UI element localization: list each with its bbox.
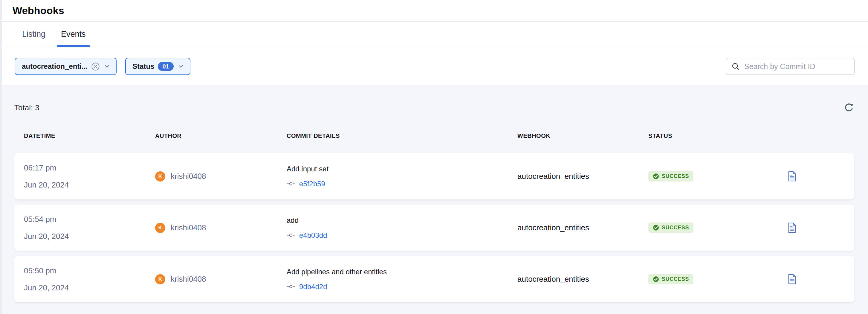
status-label: SUCCESS <box>662 225 689 231</box>
page-header: Webhooks <box>0 0 868 22</box>
status-cell: SUCCESS <box>648 171 777 181</box>
total-row: Total: 3 <box>14 101 854 114</box>
avatar: K <box>155 171 165 181</box>
commit-link-line: 9db4d2d <box>287 283 517 291</box>
status-label: SUCCESS <box>662 276 689 282</box>
commit-message: add <box>287 216 517 225</box>
event-time: 05:50 pm <box>24 266 155 276</box>
webhook-filter-chip[interactable]: autocreation_enti... <box>14 58 117 75</box>
status-badge: SUCCESS <box>648 274 693 284</box>
status-filter-label: Status <box>132 62 154 70</box>
webhook-cell: autocreation_entities <box>517 223 648 232</box>
webhook-cell: autocreation_entities <box>517 172 648 181</box>
commit-message: Add input set <box>287 165 517 173</box>
column-header-author: AUTHOR <box>155 133 287 139</box>
check-circle-icon <box>653 276 659 282</box>
git-commit-icon <box>287 233 295 237</box>
events-content: Total: 3 DATETIME AUTHOR COMMIT DETAILS … <box>0 86 868 302</box>
column-header-webhook: WEBHOOK <box>517 133 648 139</box>
search-icon <box>731 62 740 71</box>
event-date: Jun 20, 2024 <box>24 232 155 241</box>
payload-cell <box>777 274 854 285</box>
status-filter-count-badge: 01 <box>158 62 173 71</box>
commit-hash-link[interactable]: e5f2b59 <box>299 180 325 188</box>
status-badge: SUCCESS <box>648 171 693 181</box>
page-left-edge <box>0 0 2 314</box>
author-cell: K krishi0408 <box>155 171 287 181</box>
page-title: Webhooks <box>12 5 64 17</box>
commit-details-cell: add e4b03dd <box>287 216 517 239</box>
refresh-button[interactable] <box>843 102 854 113</box>
table-header-row: DATETIME AUTHOR COMMIT DETAILS WEBHOOK S… <box>14 128 854 144</box>
search-box[interactable] <box>726 58 855 75</box>
datetime-cell: 05:54 pm Jun 20, 2024 <box>24 215 155 241</box>
column-header-commit-details: COMMIT DETAILS <box>287 133 517 139</box>
document-icon[interactable] <box>787 274 797 285</box>
commit-hash-link[interactable]: 9db4d2d <box>299 283 327 291</box>
author-name: krishi0408 <box>171 275 206 284</box>
author-name: krishi0408 <box>171 172 206 181</box>
status-badge: SUCCESS <box>648 223 693 233</box>
webhook-cell: autocreation_entities <box>517 275 648 284</box>
check-circle-icon <box>653 173 659 179</box>
tab-events[interactable]: Events <box>57 22 90 47</box>
table-row: 05:50 pm Jun 20, 2024 K krishi0408 Add p… <box>14 256 854 302</box>
event-date: Jun 20, 2024 <box>24 283 155 292</box>
event-time: 06:17 pm <box>24 163 155 173</box>
commit-message: Add pipelines and other entities <box>287 268 517 276</box>
author-cell: K krishi0408 <box>155 274 287 284</box>
git-commit-icon <box>287 182 295 186</box>
check-circle-icon <box>653 225 659 231</box>
commit-hash-link[interactable]: e4b03dd <box>299 231 327 239</box>
payload-cell <box>777 171 854 182</box>
avatar: K <box>155 223 165 233</box>
event-date: Jun 20, 2024 <box>24 180 155 190</box>
author-cell: K krishi0408 <box>155 223 287 233</box>
git-commit-icon <box>287 285 295 289</box>
total-count-label: Total: 3 <box>14 103 39 112</box>
column-header-datetime: DATETIME <box>24 133 155 139</box>
table-row: 06:17 pm Jun 20, 2024 K krishi0408 Add i… <box>14 153 854 199</box>
status-cell: SUCCESS <box>648 223 777 233</box>
datetime-cell: 05:50 pm Jun 20, 2024 <box>24 266 155 292</box>
chevron-down-icon[interactable] <box>177 63 184 70</box>
payload-cell <box>777 222 854 233</box>
webhook-filter-label: autocreation_enti... <box>22 62 88 70</box>
filter-bar: autocreation_enti... Status 01 <box>0 47 868 86</box>
commit-link-line: e4b03dd <box>287 231 517 239</box>
datetime-cell: 06:17 pm Jun 20, 2024 <box>24 163 155 190</box>
column-header-status: STATUS <box>648 133 777 139</box>
author-name: krishi0408 <box>171 223 206 232</box>
document-icon[interactable] <box>787 171 797 182</box>
status-filter-chip[interactable]: Status 01 <box>125 58 190 75</box>
event-time: 05:54 pm <box>24 215 155 224</box>
circle-x-icon[interactable] <box>91 62 100 71</box>
avatar: K <box>155 274 165 284</box>
table-row: 05:54 pm Jun 20, 2024 K krishi0408 add e… <box>14 204 854 251</box>
document-icon[interactable] <box>787 222 797 233</box>
tabs-bar: Listing Events <box>0 22 868 47</box>
tab-listing[interactable]: Listing <box>18 22 50 47</box>
chevron-down-icon[interactable] <box>103 63 111 70</box>
commit-details-cell: Add pipelines and other entities 9db4d2d <box>287 268 517 291</box>
commit-link-line: e5f2b59 <box>287 180 517 188</box>
commit-details-cell: Add input set e5f2b59 <box>287 165 517 188</box>
search-input[interactable] <box>744 62 849 71</box>
events-table-body: 06:17 pm Jun 20, 2024 K krishi0408 Add i… <box>14 153 854 302</box>
status-cell: SUCCESS <box>648 274 777 284</box>
status-label: SUCCESS <box>662 173 689 179</box>
